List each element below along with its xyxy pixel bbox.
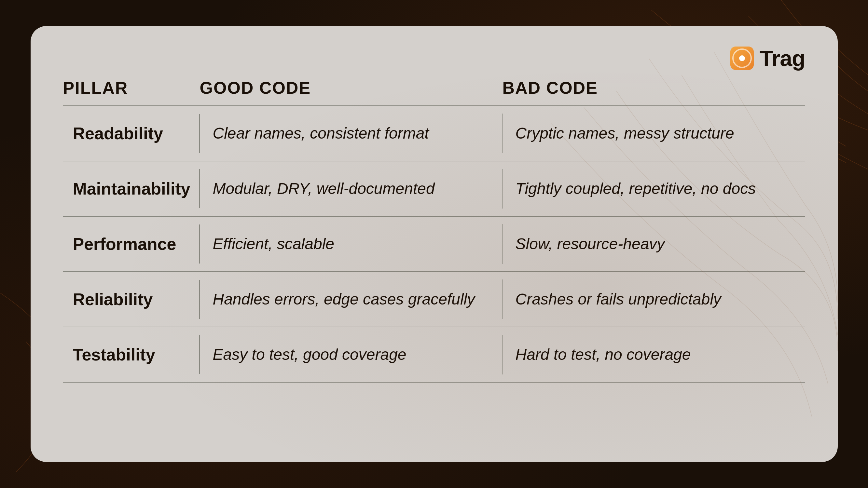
- good-cell-4: Easy to test, good coverage: [200, 335, 502, 375]
- pillar-cell-4: Testability: [63, 335, 200, 374]
- bad-cell-3: Crashes or fails unpredictably: [502, 280, 805, 319]
- table-header: PILLAR GOOD CODE BAD CODE: [63, 78, 805, 105]
- good-cell-3: Handles errors, edge cases gracefully: [200, 280, 502, 319]
- bad-cell-2: Slow, resource-heavy: [502, 224, 805, 264]
- good-cell-2: Efficient, scalable: [200, 224, 502, 264]
- app-name: Trag: [760, 45, 805, 71]
- table-row: ReadabilityClear names, consistent forma…: [63, 106, 805, 161]
- bad-cell-4: Hard to test, no coverage: [502, 335, 805, 375]
- table-row: PerformanceEfficient, scalableSlow, reso…: [63, 217, 805, 272]
- table-row: ReliabilityHandles errors, edge cases gr…: [63, 272, 805, 327]
- logo-icon: [730, 46, 754, 70]
- bad-cell-1: Tightly coupled, repetitive, no docs: [502, 169, 805, 208]
- bad-code-column-header: BAD CODE: [502, 78, 805, 98]
- comparison-table: PILLAR GOOD CODE BAD CODE ReadabilityCle…: [63, 78, 805, 436]
- main-card: Trag PILLAR GOOD CODE BAD CODE Readabili…: [31, 26, 838, 462]
- table-row: TestabilityEasy to test, good coverageHa…: [63, 327, 805, 383]
- good-cell-0: Clear names, consistent format: [200, 113, 502, 153]
- pillar-cell-2: Performance: [63, 225, 200, 263]
- good-cell-1: Modular, DRY, well-documented: [200, 169, 502, 208]
- table-body: ReadabilityClear names, consistent forma…: [63, 105, 805, 383]
- pillar-cell-3: Reliability: [63, 280, 200, 319]
- pillar-column-header: PILLAR: [63, 78, 200, 98]
- table-row: MaintainabilityModular, DRY, well-docume…: [63, 161, 805, 217]
- pillar-cell-0: Readability: [63, 114, 200, 153]
- logo-area: Trag: [730, 45, 805, 71]
- good-code-column-header: GOOD CODE: [200, 78, 502, 98]
- bad-cell-0: Cryptic names, messy structure: [502, 113, 805, 153]
- pillar-cell-1: Maintainability: [63, 169, 200, 208]
